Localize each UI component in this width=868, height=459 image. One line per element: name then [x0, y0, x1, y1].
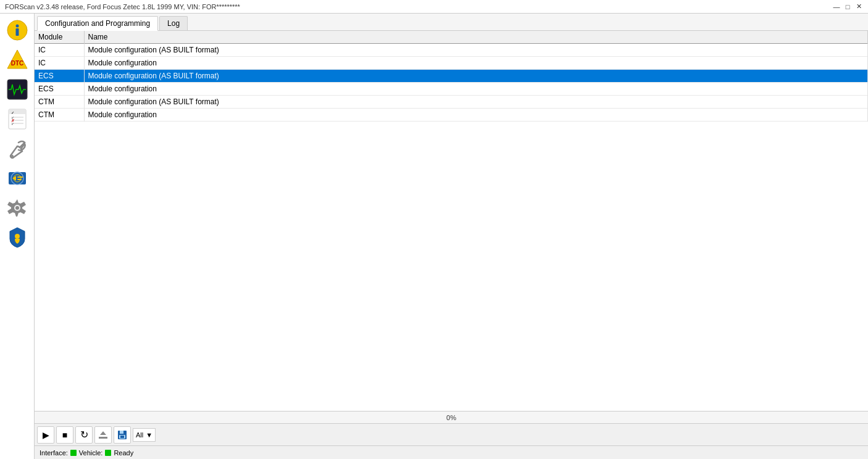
svg-text:✓: ✓ — [11, 122, 14, 126]
sidebar: DTC ✓ ✓ ✗ ✓ — [0, 14, 35, 459]
svg-point-25 — [15, 234, 20, 239]
cell-name: Module configuration (AS BUILT format) — [84, 96, 868, 109]
maximize-button[interactable]: □ — [843, 2, 852, 11]
window-controls: — □ ✕ — [832, 2, 863, 11]
table-row[interactable]: ECSModule configuration (AS BUILT format… — [35, 70, 868, 83]
tabs-bar: Configuration and Programming Log — [35, 14, 868, 31]
cell-module: ECS — [35, 83, 84, 96]
svg-marker-27 — [100, 431, 106, 435]
cell-module: CTM — [35, 109, 84, 122]
cell-name: Module configuration — [84, 109, 868, 122]
close-button[interactable]: ✕ — [854, 2, 863, 11]
sidebar-item-info[interactable] — [3, 16, 31, 44]
sidebar-item-dtc[interactable]: DTC — [3, 46, 31, 74]
cell-name: Module configuration — [84, 83, 868, 96]
interface-label: Interface: — [40, 449, 68, 457]
sidebar-item-security[interactable] — [3, 223, 31, 252]
svg-rect-31 — [120, 436, 124, 438]
module-table: Module Name ICModule configuration (AS B… — [35, 31, 868, 122]
cell-module: CTM — [35, 96, 84, 109]
svg-text:✓: ✓ — [11, 111, 14, 115]
sidebar-item-programming[interactable] — [3, 164, 31, 192]
progress-text: 0% — [446, 414, 456, 421]
sidebar-item-oscilloscope[interactable] — [3, 75, 31, 104]
svg-point-15 — [11, 155, 14, 157]
app-title: FORScan v2.3.48 release, Ford Focus Zete… — [5, 3, 240, 10]
main-container: DTC ✓ ✓ ✗ ✓ — [0, 14, 868, 459]
refresh-button[interactable]: ↻ — [75, 426, 93, 444]
svg-text:DTC: DTC — [10, 60, 23, 67]
progress-bar-area: 0% — [35, 411, 868, 423]
column-module: Module — [35, 31, 84, 44]
content-area: Configuration and Programming Log Module… — [35, 14, 868, 459]
cell-module: IC — [35, 57, 84, 70]
upload-button[interactable] — [94, 426, 112, 444]
tab-log[interactable]: Log — [159, 16, 188, 30]
table-row[interactable]: ICModule configuration — [35, 57, 868, 70]
toolbar: ▶ ■ ↻ All ▼ — [35, 423, 868, 445]
sidebar-item-checklist[interactable]: ✓ ✓ ✗ ✓ — [3, 105, 31, 133]
minimize-button[interactable]: — — [832, 2, 841, 11]
sidebar-item-settings[interactable] — [3, 194, 31, 222]
cell-name: Module configuration (AS BUILT format) — [84, 70, 868, 83]
cell-module: IC — [35, 44, 84, 57]
sidebar-item-tools[interactable] — [3, 134, 31, 163]
column-name: Name — [84, 31, 868, 44]
svg-rect-26 — [99, 437, 107, 439]
stop-button[interactable]: ■ — [56, 426, 73, 444]
svg-point-24 — [15, 206, 19, 210]
table-header: Module Name — [35, 31, 868, 44]
cell-name: Module configuration (AS BUILT format) — [84, 44, 868, 57]
dropdown-arrow-icon: ▼ — [146, 431, 152, 439]
play-button[interactable]: ▶ — [37, 426, 54, 444]
cell-name: Module configuration — [84, 57, 868, 70]
interface-indicator — [70, 450, 77, 456]
vehicle-indicator — [105, 450, 111, 456]
table-container: Module Name ICModule configuration (AS B… — [35, 31, 868, 411]
svg-point-1 — [15, 25, 19, 28]
table-row[interactable]: ICModule configuration (AS BUILT format) — [35, 44, 868, 57]
table-body: ICModule configuration (AS BUILT format)… — [35, 44, 868, 122]
status-bar: Interface: Vehicle: Ready — [35, 445, 868, 459]
filter-dropdown[interactable]: All ▼ — [133, 428, 156, 442]
vehicle-label: Vehicle: — [79, 449, 103, 457]
table-row[interactable]: CTMModule configuration — [35, 109, 868, 122]
title-bar: FORScan v2.3.48 release, Ford Focus Zete… — [0, 0, 868, 14]
svg-rect-2 — [15, 28, 19, 36]
tab-config-programming[interactable]: Configuration and Programming — [37, 16, 158, 31]
svg-rect-29 — [120, 431, 123, 434]
table-row[interactable]: ECSModule configuration — [35, 83, 868, 96]
table-row[interactable]: CTMModule configuration (AS BUILT format… — [35, 96, 868, 109]
save-button[interactable] — [114, 426, 131, 444]
cell-module: ECS — [35, 70, 84, 83]
status-text: Ready — [114, 449, 133, 457]
